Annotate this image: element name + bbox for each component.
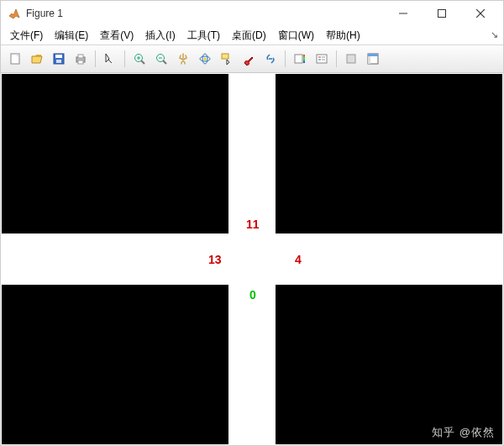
svg-rect-8 [56,60,61,63]
svg-rect-31 [347,55,355,63]
menu-desktop[interactable]: 桌面(D) [226,27,272,45]
toolbar-separator [95,50,96,67]
svg-line-14 [141,60,144,64]
svg-rect-1 [438,10,446,18]
watermark-text: 知乎 @依然 [432,425,495,440]
menu-tools[interactable]: 工具(T) [181,27,226,45]
close-button[interactable] [461,1,500,26]
open-button[interactable] [27,49,47,69]
toolbar-separator [285,50,286,67]
menu-file[interactable]: 文件(F) [4,27,49,45]
rotate-3d-button[interactable] [195,49,215,69]
svg-point-22 [204,58,207,60]
menubar: 文件(F) 编辑(E) 查看(V) 插入(I) 工具(T) 桌面(D) 窗口(W… [1,26,503,45]
menu-view[interactable]: 查看(V) [94,27,139,45]
zoom-out-button[interactable] [151,49,171,69]
svg-rect-7 [55,55,62,58]
svg-rect-24 [295,55,302,63]
dock-arrow-icon[interactable]: ↘ [491,29,498,40]
svg-rect-23 [222,54,228,59]
insert-colorbar-button[interactable] [290,49,310,69]
subplot-bottom-left [2,285,228,444]
svg-line-12 [108,60,112,63]
label-left: 13 [208,253,222,266]
print-button[interactable] [71,49,91,69]
pan-button[interactable] [173,49,193,69]
subplot-top-right [276,74,502,233]
save-button[interactable] [49,49,69,69]
svg-rect-10 [78,55,83,58]
label-right: 4 [295,253,302,266]
titlebar: Figure 1 [1,1,503,26]
data-cursor-button[interactable] [217,49,237,69]
label-bottom: 0 [249,288,256,302]
zoom-in-button[interactable] [129,49,150,69]
menu-help[interactable]: 帮助(H) [320,27,366,45]
new-figure-button[interactable] [5,49,25,69]
maximize-button[interactable] [423,1,461,26]
figure-canvas[interactable]: 11 13 4 0 知乎 @依然 [1,73,503,445]
toolbar [1,45,503,73]
hide-tools-button[interactable] [341,49,361,69]
svg-rect-33 [368,54,378,56]
svg-rect-34 [368,56,370,64]
matlab-app-icon [8,7,21,20]
figure-window: Figure 1 文件(F) 编辑(E) 查看(V) 插入(I) 工具(T) 桌… [0,0,504,446]
insert-legend-button[interactable] [312,49,332,69]
menu-edit[interactable]: 编辑(E) [49,27,94,45]
svg-rect-11 [78,60,83,64]
link-data-button[interactable] [260,49,281,69]
subplot-bottom-right [276,285,502,444]
label-top: 11 [246,218,260,231]
window-controls [384,1,500,26]
svg-rect-26 [317,55,327,63]
toolbar-separator [336,50,337,67]
window-title: Figure 1 [26,8,63,19]
menu-window[interactable]: 窗口(W) [272,27,320,45]
menu-insert[interactable]: 插入(I) [139,27,181,45]
show-tools-button[interactable] [363,49,383,69]
svg-line-18 [163,60,166,64]
minimize-button[interactable] [384,1,423,26]
svg-rect-25 [303,55,305,63]
subplot-top-left [2,74,228,233]
edit-plot-button[interactable] [100,49,120,69]
toolbar-separator [124,50,125,67]
brush-button[interactable] [239,49,259,69]
